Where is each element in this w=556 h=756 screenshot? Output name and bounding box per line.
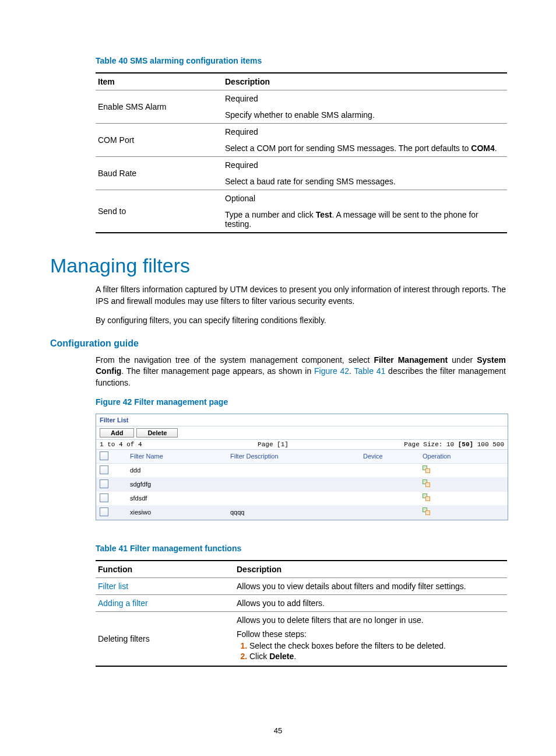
t41-h1: Function <box>96 561 234 578</box>
table41-caption: Table 41 Filter management functions <box>96 544 506 553</box>
t40-r2-item: Baud Rate <box>96 157 223 190</box>
config-guide-para: From the navigation tree of the system m… <box>96 355 506 389</box>
section-para1: A filter filters information captured by… <box>96 284 506 307</box>
t40-h1: Item <box>96 73 223 90</box>
t41-h2: Description <box>234 561 507 578</box>
cell-name[interactable]: xiesiwo <box>126 505 227 519</box>
t41-r1-d: Allows you to view details about filters… <box>234 578 507 594</box>
figure42-caption: Figure 42 Filter management page <box>96 397 506 407</box>
row-checkbox[interactable] <box>100 494 108 502</box>
step1: Select the check boxes before the filter… <box>249 641 505 650</box>
page-number: 45 <box>0 726 556 735</box>
delete-button[interactable]: Delete <box>136 428 178 438</box>
t40-r3-l1: Optional <box>223 190 507 207</box>
t40-r2-l2: Select a baud rate for sending SMS messa… <box>223 173 507 190</box>
pager-count: 1 to 4 of 4 <box>100 441 142 448</box>
select-all-checkbox[interactable] <box>100 452 108 460</box>
t40-h2: Description <box>223 73 507 90</box>
col-filter-name[interactable]: Filter Name <box>126 450 227 464</box>
adding-filter-link[interactable]: Adding a filter <box>98 598 148 608</box>
table-row: sfdsdf <box>96 491 508 505</box>
cell-desc: qqqq <box>227 505 360 519</box>
figure42-link[interactable]: Figure 42 <box>314 366 349 376</box>
t40-r2-l1: Required <box>223 157 507 174</box>
t40-r1-l2: Select a COM port for sending SMS messag… <box>223 140 507 157</box>
edit-icon[interactable] <box>423 480 431 488</box>
edit-icon[interactable] <box>423 494 431 502</box>
t41-r3-f: Deleting filters <box>96 611 234 666</box>
cell-name[interactable]: sfdsdf <box>126 491 227 505</box>
t41-r3-d: Allows you to delete filters that are no… <box>234 611 507 666</box>
t40-r0-l2: Specify whether to enable SMS alarming. <box>223 107 507 124</box>
step2: Click Delete. <box>249 652 505 661</box>
col-operation[interactable]: Operation <box>419 450 508 464</box>
t40-r1-l1: Required <box>223 124 507 141</box>
table41: Function Description Filter list Allows … <box>96 560 507 667</box>
config-guide-heading: Configuration guide <box>50 338 506 349</box>
edit-icon[interactable] <box>423 466 431 474</box>
table-row: xiesiwo qqqq <box>96 505 508 519</box>
cell-desc <box>227 477 360 491</box>
edit-icon[interactable] <box>423 508 431 516</box>
cell-desc <box>227 491 360 505</box>
add-button[interactable]: Add <box>100 428 134 438</box>
pager-page: Page [1] <box>258 441 288 448</box>
t40-r0-l1: Required <box>223 90 507 107</box>
filter-grid: Filter Name Filter Description Device Op… <box>96 450 508 520</box>
row-checkbox[interactable] <box>100 508 108 516</box>
table-row: ddd <box>96 463 508 477</box>
cell-name[interactable]: sdgfdfg <box>126 477 227 491</box>
cell-desc <box>227 463 360 477</box>
col-device[interactable]: Device <box>360 450 419 464</box>
section-title: Managing filters <box>50 254 506 277</box>
t40-r3-l2: Type a number and click Test. A message … <box>223 206 507 233</box>
row-checkbox[interactable] <box>100 480 108 488</box>
t40-r0-item: Enable SMS Alarm <box>96 90 223 124</box>
pager-size[interactable]: Page Size: 10 [50] 100 500 <box>404 441 504 448</box>
t41-r2-d: Allows you to add filters. <box>234 594 507 611</box>
col-filter-desc[interactable]: Filter Description <box>227 450 360 464</box>
t40-r3-item: Send to <box>96 190 223 233</box>
filter-list-link[interactable]: Filter list <box>98 582 128 591</box>
table41-link[interactable]: Table 41 <box>354 366 386 376</box>
cell-name[interactable]: ddd <box>126 463 227 477</box>
table-row: sdgfdfg <box>96 477 508 491</box>
section-para2: By configuring filters, you can specify … <box>96 315 506 327</box>
table40: Item Description Enable SMS Alarm Requir… <box>96 72 507 233</box>
filter-list-title: Filter List <box>96 414 508 426</box>
filter-list-panel: Filter List Add Delete 1 to 4 of 4 Page … <box>96 414 508 520</box>
row-checkbox[interactable] <box>100 466 108 474</box>
table40-caption: Table 40 SMS alarming configuration item… <box>96 56 506 65</box>
t40-r1-item: COM Port <box>96 124 223 157</box>
